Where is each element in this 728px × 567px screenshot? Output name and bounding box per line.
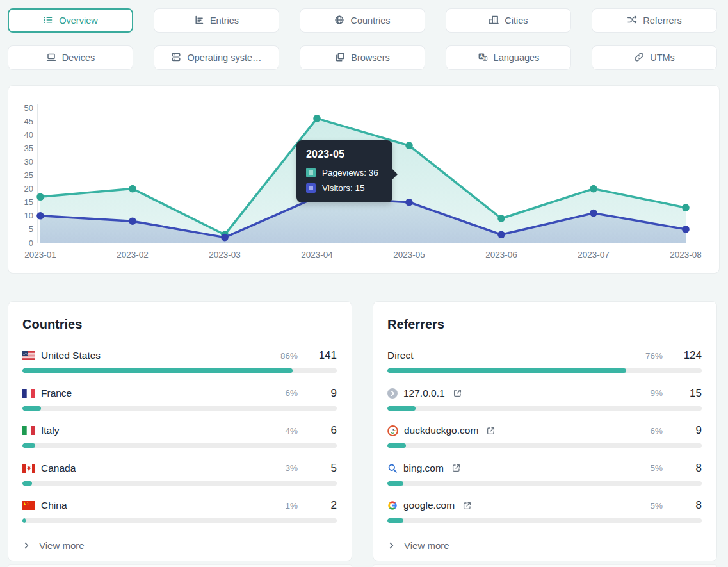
external-link-icon[interactable] <box>451 463 461 473</box>
visitors-point[interactable] <box>497 231 505 239</box>
y-tick-label: 40 <box>24 130 33 140</box>
progress-fill <box>22 481 32 486</box>
tooltip-series-row: Visitors: 15 <box>306 183 383 193</box>
item-value: 9 <box>679 424 702 437</box>
progress-track <box>387 481 702 486</box>
tab-overview[interactable]: Overview <box>8 8 133 33</box>
progress-track <box>387 518 702 523</box>
progress-track <box>22 518 337 523</box>
tab-referrers[interactable]: Referrers <box>592 8 717 33</box>
progress-track <box>22 481 337 486</box>
list-item[interactable]: Italy 4% 6 <box>22 424 337 448</box>
progress-track <box>387 368 702 373</box>
list-item[interactable]: duckduckgo.com 6% 9 <box>387 424 702 448</box>
pageviews-point[interactable] <box>405 142 413 149</box>
list-item[interactable]: bing.com 5% 8 <box>387 462 702 486</box>
item-percent: 86% <box>280 351 298 361</box>
progress-fill <box>22 518 26 523</box>
progress-fill <box>387 368 626 373</box>
x-tick-label: 2023-05 <box>393 250 425 259</box>
globe-icon <box>334 15 344 27</box>
panel-title: Countries <box>22 317 337 332</box>
panel-title: Referrers <box>387 317 702 332</box>
item-value: 15 <box>679 387 702 400</box>
tab-label: Entries <box>210 15 239 26</box>
visitors-point[interactable] <box>129 217 136 225</box>
external-link-icon[interactable] <box>486 426 496 436</box>
view-more-link[interactable]: View more <box>387 540 702 551</box>
server-icon <box>171 52 181 64</box>
item-value: 6 <box>314 424 337 437</box>
list-item[interactable]: Canada 3% 5 <box>22 462 337 486</box>
y-tick-label: 45 <box>24 117 33 126</box>
visitors-point[interactable] <box>221 234 229 242</box>
progress-track <box>22 406 337 411</box>
traffic-chart-card: 051015202530354045502023-012023-022023-0… <box>8 85 720 274</box>
pageviews-point[interactable] <box>129 185 136 193</box>
item-percent: 4% <box>285 426 298 436</box>
list-item[interactable]: China 1% 2 <box>22 499 337 523</box>
y-tick-label: 0 <box>29 238 33 248</box>
tab-bar-row-2: DevicesOperating syste…BrowsersA2Languag… <box>8 45 717 70</box>
x-tick-label: 2023-01 <box>24 250 56 259</box>
tab-devices[interactable]: Devices <box>8 45 133 70</box>
x-tick-label: 2023-08 <box>670 250 702 259</box>
y-tick-label: 35 <box>24 144 33 153</box>
chevron-right-icon <box>387 541 396 550</box>
tab-bar-row-1: OverviewEntriesCountriesCitiesReferrers <box>8 8 717 33</box>
y-tick-label: 50 <box>24 103 33 113</box>
link-icon <box>634 52 644 64</box>
tab-label: Browsers <box>351 53 389 63</box>
flag-it-icon <box>22 426 35 435</box>
browsers-icon <box>335 52 345 64</box>
x-tick-label: 2023-04 <box>301 250 333 259</box>
tab-browsers[interactable]: Browsers <box>300 45 425 70</box>
tab-utms[interactable]: UTMs <box>592 45 717 70</box>
x-tick-label: 2023-07 <box>578 250 610 259</box>
x-tick-label: 2023-06 <box>485 250 517 259</box>
visitors-point[interactable] <box>590 210 597 217</box>
list-item[interactable]: google.com 5% 8 <box>387 499 702 523</box>
list-item[interactable]: 127.0.0.1 9% 15 <box>387 387 702 411</box>
tab-entries[interactable]: Entries <box>154 8 279 33</box>
tab-label: Devices <box>62 53 95 63</box>
list-item[interactable]: Direct 76% 124 <box>387 349 702 373</box>
view-more-link[interactable]: View more <box>22 540 337 551</box>
progress-fill <box>22 368 293 373</box>
list-item[interactable]: United States 86% 141 <box>22 349 337 373</box>
tab-label: Countries <box>350 15 390 26</box>
external-link-icon[interactable] <box>453 388 462 398</box>
tab-countries[interactable]: Countries <box>300 8 425 33</box>
item-percent: 6% <box>650 426 663 436</box>
chevron-right-icon <box>22 541 31 550</box>
item-label: United States <box>41 350 101 361</box>
pageviews-point[interactable] <box>36 193 44 201</box>
google-icon <box>387 500 398 511</box>
tab-cities[interactable]: Cities <box>446 8 571 33</box>
progress-fill <box>387 518 403 523</box>
visitors-point[interactable] <box>405 199 413 206</box>
pageviews-point[interactable] <box>590 185 597 193</box>
item-label: Direct <box>387 350 413 361</box>
pageviews-point[interactable] <box>497 215 505 222</box>
tab-languages[interactable]: A2Languages <box>446 45 571 70</box>
visitors-point[interactable] <box>682 226 690 233</box>
item-percent: 6% <box>285 388 298 398</box>
list-item[interactable]: France 6% 9 <box>22 387 337 411</box>
progress-fill <box>22 406 41 411</box>
visitors-point[interactable] <box>36 212 44 220</box>
tab-label: UTMs <box>650 53 675 63</box>
tab-label: Languages <box>494 53 540 63</box>
progress-track <box>22 443 337 448</box>
duckduckgo-icon <box>387 425 398 436</box>
y-tick-label: 5 <box>29 224 33 234</box>
flag-us-icon <box>22 351 35 360</box>
item-label: Canada <box>41 463 76 474</box>
pageviews-point[interactable] <box>682 204 690 211</box>
svg-text:A: A <box>480 54 483 58</box>
item-percent: 5% <box>650 501 663 511</box>
tab-os[interactable]: Operating syste… <box>154 45 279 70</box>
pageviews-point[interactable] <box>313 115 321 122</box>
x-tick-label: 2023-03 <box>209 250 241 259</box>
external-link-icon[interactable] <box>462 501 472 511</box>
